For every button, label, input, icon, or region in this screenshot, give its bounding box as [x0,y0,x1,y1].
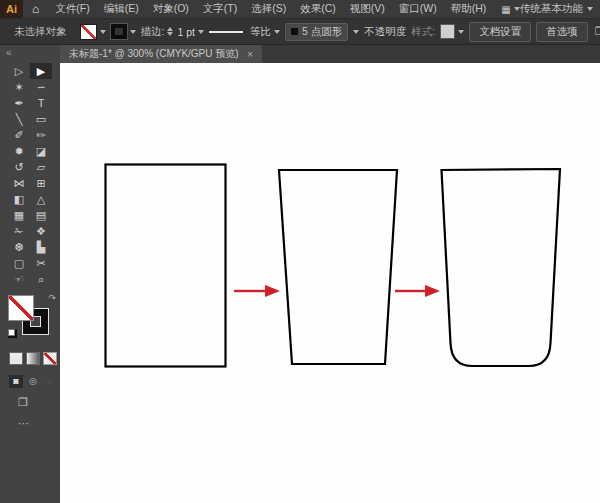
close-tab-icon[interactable]: × [247,48,253,60]
illustrator-logo-icon[interactable]: Ai [0,0,23,18]
draw-inside-button[interactable]: ◌ [43,375,57,388]
document-tab[interactable]: 未标题-1* @ 300% (CMYK/GPU 预览) × [60,45,262,63]
tool-symbol-sprayer-icon[interactable]: ❆ [8,239,30,255]
document-tab-title: 未标题-1* @ 300% (CMYK/GPU 预览) [69,47,239,61]
arrange-documents-dropdown[interactable]: ▦ [501,4,519,15]
workspace-label: 传统基本功能 [520,2,583,16]
preferences-button[interactable]: 首选项 [536,22,588,42]
fill-none-swatch[interactable] [80,24,97,40]
brush-name: 5 点圆形 [302,25,342,39]
tool-scale-icon[interactable]: ▱ [30,159,52,175]
chevron-down-icon [100,30,106,34]
menu-item-select[interactable]: 选择(S) [244,2,293,14]
menu-item-view[interactable]: 视图(V) [343,2,392,14]
stroke-color-control[interactable] [111,24,136,39]
brush-dropdown[interactable]: 5 点圆形 [285,23,348,41]
tool-pencil-icon[interactable]: ✏ [30,127,52,143]
menu-item-edit[interactable]: 编辑(E) [97,2,146,14]
tool-type-icon[interactable]: T [30,95,52,111]
document-setup-button[interactable]: 文档设置 [469,22,531,42]
tool-paintbrush-icon[interactable]: ✐ [8,127,30,143]
stroke-width-stepper[interactable] [167,27,173,36]
illustrator-window: Ai ⌂ 文件(F)编辑(E)对象(O)文字(T)选择(S)效果(C)视图(V)… [0,0,600,503]
shape-trapezoid[interactable] [279,170,397,364]
menu-bar: Ai ⌂ 文件(F)编辑(E)对象(O)文字(T)选择(S)效果(C)视图(V)… [0,0,600,19]
stroke-color-swatch[interactable] [111,24,127,39]
tool-blob-brush-icon[interactable]: ✹ [8,143,30,159]
none-button[interactable] [43,352,57,365]
menu-item-type[interactable]: 文字(T) [196,2,244,14]
tool-direct-selection-icon[interactable]: ▷ [8,63,30,79]
tool-width-icon[interactable]: ⋈ [8,175,30,191]
artwork-svg [60,63,600,503]
tool-graph-icon[interactable]: ▙ [30,239,52,255]
chevron-down-icon [274,30,280,34]
fill-swatch-none[interactable] [9,296,33,320]
brush-swatch-icon [291,28,298,35]
draw-normal-button[interactable]: ◙ [9,375,23,388]
tool-line-segment-icon[interactable]: ╲ [8,111,30,127]
arrow-2[interactable] [395,285,440,297]
tool-blend-icon[interactable]: ❖ [30,223,52,239]
default-fill-stroke-icon[interactable] [8,329,17,338]
tool-grid: ▷▶✶∽✒T╲▭✐✏✹◪↺▱⋈⊞◧△▦▤✁❖❆▙▢✂☜⌕ [8,63,52,287]
stroke-profile-preview [209,31,243,33]
tool-zoom-icon[interactable]: ⌕ [30,271,52,287]
fill-color-control[interactable] [80,24,106,40]
stroke-label: 描边: [141,25,165,39]
panel-icon[interactable]: ❐ [595,25,600,38]
fill-stroke-indicator: ↷ [8,296,56,342]
home-icon[interactable]: ⌂ [23,2,48,16]
menu-item-effect[interactable]: 效果(C) [293,2,343,14]
gradient-button[interactable] [26,352,40,365]
tool-rotate-icon[interactable]: ↺ [8,159,30,175]
shape-rounded-trapezoid[interactable] [442,169,561,366]
chevron-down-icon [130,30,136,34]
tool-mesh-icon[interactable]: ▦ [8,207,30,223]
chevron-down-icon [587,7,593,11]
menu-item-file[interactable]: 文件(F) [48,2,96,14]
collapse-toolbar-button[interactable]: « [0,45,66,63]
draw-behind-button[interactable]: ◎ [26,375,40,388]
workspace-switcher[interactable]: 传统基本功能 [520,2,593,16]
selection-status: 未选择对象 [14,25,67,39]
chevron-down-icon [458,30,464,34]
tool-selection-icon[interactable]: ▶ [30,63,52,79]
edit-toolbar-button[interactable]: ⋯ [18,417,30,430]
toolbar: « ▷▶✶∽✒T╲▭✐✏✹◪↺▱⋈⊞◧△▦▤✁❖❆▙▢✂☜⌕ ↷ ◙◎◌ ❐ ⋯ [0,45,60,503]
menu-item-window[interactable]: 窗口(W) [392,2,444,14]
tool-hand-icon[interactable]: ☜ [8,271,30,287]
tool-eraser-icon[interactable]: ◪ [30,143,52,159]
chevron-down-icon[interactable] [353,30,359,34]
canvas[interactable] [60,63,600,503]
menu-item-object[interactable]: 对象(O) [146,2,196,14]
shape-rectangle[interactable] [106,165,226,367]
tool-rectangle-icon[interactable]: ▭ [30,111,52,127]
style-label: 样式: [411,25,435,39]
chevron-down-icon[interactable] [198,30,204,34]
stroke-width-value[interactable]: 1 pt [177,26,195,38]
tool-eyedropper-icon[interactable]: ✁ [8,223,30,239]
tool-artboard-icon[interactable]: ▢ [8,255,30,271]
tool-lasso-icon[interactable]: ∽ [30,79,52,95]
screen-mode-button[interactable]: ❐ [18,396,28,409]
arrow-1[interactable] [234,285,280,297]
opacity-link[interactable]: 不透明度 [364,25,406,39]
tab-bar: 未标题-1* @ 300% (CMYK/GPU 预览) × [60,45,600,63]
tool-perspective-grid-icon[interactable]: △ [30,191,52,207]
tool-slice-icon[interactable]: ✂ [30,255,52,271]
tool-free-transform-icon[interactable]: ⊞ [30,175,52,191]
color-button[interactable] [9,352,23,365]
tool-shape-builder-icon[interactable]: ◧ [8,191,30,207]
document-area: 未标题-1* @ 300% (CMYK/GPU 预览) × [60,45,600,503]
tool-gradient-icon[interactable]: ▤ [30,207,52,223]
tool-magic-wand-icon[interactable]: ✶ [8,79,30,95]
swap-fill-stroke-icon[interactable]: ↷ [48,293,56,303]
style-dropdown[interactable] [440,24,464,39]
width-profile-dropdown[interactable]: 等比 [209,25,280,39]
style-swatch [440,24,455,39]
menu-item-help[interactable]: 帮助(H) [444,2,494,14]
tool-pen-icon[interactable]: ✒ [8,95,30,111]
menu-items: 文件(F)编辑(E)对象(O)文字(T)选择(S)效果(C)视图(V)窗口(W)… [48,2,493,16]
profile-label: 等比 [250,25,271,39]
